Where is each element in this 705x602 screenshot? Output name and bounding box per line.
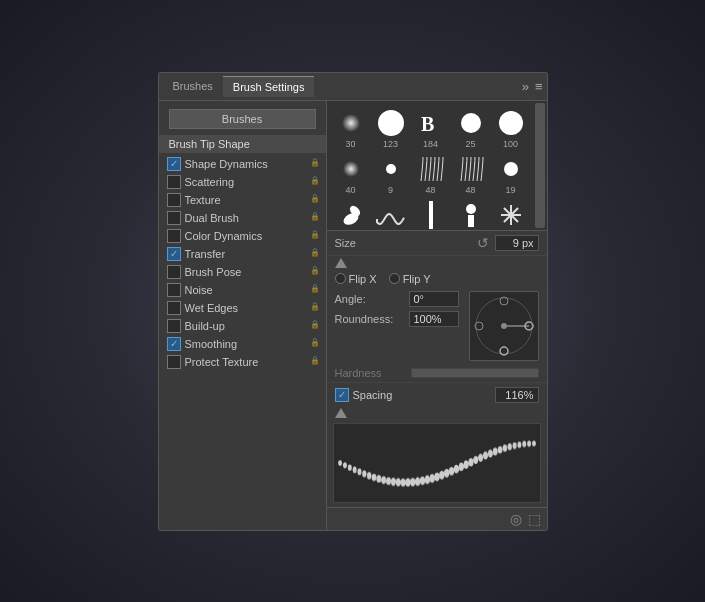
sidebar-item-color-dynamics[interactable]: Color Dynamics🔒 (159, 227, 326, 245)
brush-grid-item[interactable]: 69 (491, 197, 531, 231)
svg-point-2 (501, 323, 507, 329)
sidebar-item-label: Texture (185, 194, 308, 206)
size-value[interactable]: 9 px (495, 235, 539, 251)
flip-x-option[interactable]: Flip X (335, 273, 377, 285)
tab-brush-settings[interactable]: Brush Settings (223, 76, 315, 97)
sidebar-item-wet-edges[interactable]: Wet Edges🔒 (159, 299, 326, 317)
eye-icon[interactable]: ◎ (510, 511, 522, 527)
menu-icon[interactable]: ≡ (535, 79, 543, 94)
sidebar-item-dual-brush[interactable]: Dual Brush🔒 (159, 209, 326, 227)
spacing-label: Spacing (353, 389, 491, 401)
flip-y-option[interactable]: Flip Y (389, 273, 431, 285)
brush-size-number: 40 (345, 185, 355, 195)
angle-label: Angle: (335, 293, 405, 305)
arrow-row-2 (327, 407, 547, 419)
checkbox-icon (167, 283, 181, 297)
checkbox-icon (167, 265, 181, 279)
right-panel: 30123184251004094848193001008010069 Size… (327, 101, 547, 530)
sidebar-item-texture[interactable]: Texture🔒 (159, 191, 326, 209)
angle-input[interactable] (409, 291, 459, 307)
lock-icon: 🔒 (310, 212, 322, 224)
sidebar-item-noise[interactable]: Noise🔒 (159, 281, 326, 299)
expand-icon[interactable]: » (522, 79, 529, 94)
lock-icon: 🔒 (310, 194, 322, 206)
flip-y-checkbox[interactable] (389, 273, 400, 284)
sidebar-item-protect-texture[interactable]: Protect Texture🔒 (159, 353, 326, 371)
sidebar-item-label: Brush Pose (185, 266, 308, 278)
sidebar-item-transfer[interactable]: ✓Transfer🔒 (159, 245, 326, 263)
sidebar-item-label: Color Dynamics (185, 230, 308, 242)
sidebar-item-label: Transfer (185, 248, 308, 260)
sidebar-item-scattering[interactable]: Scattering🔒 (159, 173, 326, 191)
angle-area: Angle: Roundness: (327, 288, 547, 364)
brush-grid: 30123184251004094848193001008010069 (327, 101, 547, 231)
checkbox-icon (167, 211, 181, 225)
checkbox-icon (167, 175, 181, 189)
lock-icon: 🔒 (310, 302, 322, 314)
spacing-checkbox[interactable]: ✓ (335, 388, 349, 402)
size-label: Size (335, 237, 471, 249)
brush-grid-item[interactable]: 80 (411, 197, 451, 231)
brush-grid-item[interactable]: 30 (331, 105, 371, 151)
brush-grid-item[interactable]: 19 (491, 151, 531, 197)
sidebar-item-shape-dynamics[interactable]: ✓Shape Dynamics🔒 (159, 155, 326, 173)
lock-icon: 🔒 (310, 356, 322, 368)
brush-size-number: 48 (425, 185, 435, 195)
new-icon[interactable]: ⬚ (528, 511, 541, 527)
spacing-value[interactable]: 116% (495, 387, 539, 403)
brush-grid-item[interactable]: 184 (411, 105, 451, 151)
brush-tip-shape-label[interactable]: Brush Tip Shape (159, 135, 326, 153)
sidebar-item-label: Build-up (185, 320, 308, 332)
brush-grid-item[interactable]: 48 (451, 151, 491, 197)
roundness-label: Roundness: (335, 313, 405, 325)
brush-grid-item[interactable]: 25 (451, 105, 491, 151)
brush-settings-panel: Brushes Brush Settings » ≡ Brushes Brush… (158, 72, 548, 531)
brush-grid-item[interactable]: 100 (451, 197, 491, 231)
left-panel: Brushes Brush Tip Shape ✓Shape Dynamics🔒… (159, 101, 327, 530)
angle-row: Angle: (335, 291, 461, 307)
size-row: Size ↺ 9 px (327, 231, 547, 256)
checkbox-icon (167, 229, 181, 243)
inner-panel: Brushes Brush Tip Shape ✓Shape Dynamics🔒… (159, 101, 547, 530)
brush-grid-scrollbar[interactable] (535, 103, 545, 228)
checkbox-icon: ✓ (167, 337, 181, 351)
roundness-row: Roundness: (335, 311, 461, 327)
angle-inputs: Angle: Roundness: (335, 291, 461, 361)
flip-x-label: Flip X (349, 273, 377, 285)
checkbox-icon (167, 301, 181, 315)
sidebar-item-smoothing[interactable]: ✓Smoothing🔒 (159, 335, 326, 353)
brush-grid-item[interactable]: 40 (331, 151, 371, 197)
hardness-bar[interactable] (411, 368, 539, 378)
brush-grid-item[interactable]: 300 (331, 197, 371, 231)
brush-size-number: 30 (345, 139, 355, 149)
brush-size-number: 100 (503, 139, 518, 149)
brush-grid-item[interactable]: 9 (371, 151, 411, 197)
flip-y-label: Flip Y (403, 273, 431, 285)
lock-icon: 🔒 (310, 284, 322, 296)
brushes-button[interactable]: Brushes (169, 109, 316, 129)
sidebar-item-build-up[interactable]: Build-up🔒 (159, 317, 326, 335)
sidebar-item-label: Dual Brush (185, 212, 308, 224)
brush-size-number: 123 (383, 139, 398, 149)
checkbox-icon (167, 193, 181, 207)
sidebar-item-label: Smoothing (185, 338, 308, 350)
brush-grid-item[interactable]: 100 (491, 105, 531, 151)
angle-wheel[interactable] (469, 291, 539, 361)
lock-icon: 🔒 (310, 176, 322, 188)
sidebar-item-label: Scattering (185, 176, 308, 188)
roundness-input[interactable] (409, 311, 459, 327)
brush-preview-area (333, 423, 541, 503)
tab-brushes[interactable]: Brushes (163, 76, 223, 96)
brush-grid-item[interactable]: 123 (371, 105, 411, 151)
hardness-row: Hardness (327, 364, 547, 382)
size-reset-button[interactable]: ↺ (477, 235, 489, 251)
brush-grid-item[interactable]: 100 (371, 197, 411, 231)
brush-grid-item[interactable]: 48 (411, 151, 451, 197)
sidebar-item-brush-pose[interactable]: Brush Pose🔒 (159, 263, 326, 281)
lock-icon: 🔒 (310, 266, 322, 278)
flip-x-checkbox[interactable] (335, 273, 346, 284)
hardness-label: Hardness (335, 367, 405, 379)
sidebar-item-label: Protect Texture (185, 356, 308, 368)
lock-icon: 🔒 (310, 320, 322, 332)
sidebar-item-label: Noise (185, 284, 308, 296)
